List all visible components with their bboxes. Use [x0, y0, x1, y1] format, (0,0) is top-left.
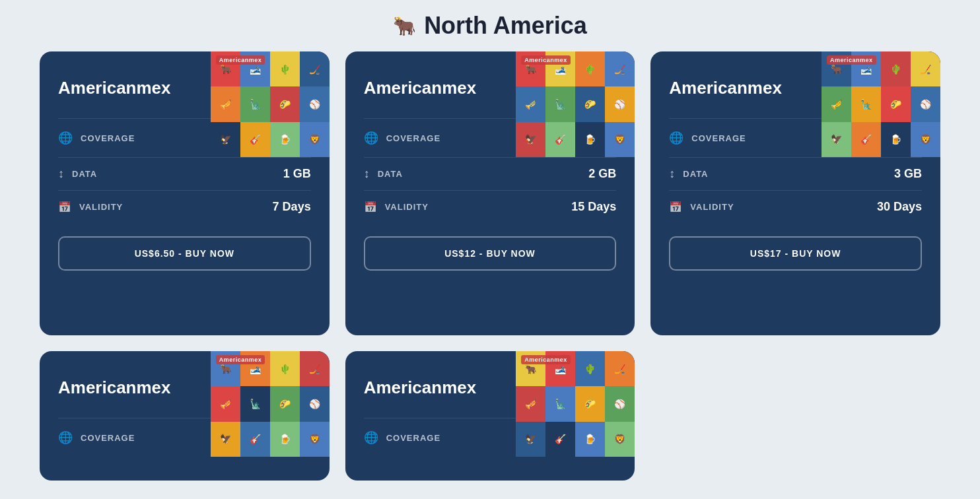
mosaic-cell: 🗽 [851, 86, 881, 121]
mosaic-cell: 🗽 [240, 86, 270, 121]
mosaic-label: Americanmex [216, 55, 265, 65]
coverage-label-1: COVERAGE [81, 133, 135, 143]
mosaic-cell: 🌵 [575, 351, 605, 386]
mosaic-cell: 🌮 [881, 86, 911, 121]
mosaic-cell: 🎸 [240, 422, 270, 457]
card-title-5: Americanmex [364, 378, 503, 398]
coverage-left-1: COVERAGE [58, 131, 135, 145]
data-row-2: DATA 2 GB [364, 157, 617, 190]
validity-value-1: 7 Days [273, 200, 311, 214]
page-header: 🐂 North America [0, 0, 980, 51]
data-icon-3 [669, 167, 675, 181]
calendar-icon-1 [58, 200, 71, 214]
validity-left-2: VALIDITY [364, 200, 429, 214]
mosaic-cell: 🎸 [851, 122, 881, 157]
plan-card-4: 🐂 🎿 🌵 🏒 🎺 🗽 🌮 ⚾ 🦅 🎸 🍺 🦁 Americanmex Amer… [40, 351, 330, 481]
mosaic-cell: 🌮 [575, 386, 605, 421]
mosaic-cell: 🦅 [516, 122, 545, 157]
coverage-label-5: COVERAGE [386, 433, 440, 443]
plan-card-3: 🐂 🎿 🌵 🏒 🎺 🗽 🌮 ⚾ 🦅 🎸 🍺 🦁 Americanmex Amer… [650, 51, 940, 335]
data-value-2: 2 GB [588, 167, 616, 181]
mosaic-cell: 🎺 [516, 86, 545, 121]
coverage-label-4: COVERAGE [81, 433, 135, 443]
mosaic-cell: 🗽 [545, 386, 575, 421]
mosaic-1: 🐂 🎿 🌵 🏒 🎺 🗽 🌮 ⚾ 🦅 🎸 🍺 🦁 Americanmex [211, 51, 330, 157]
mosaic-cell: 🏒 [605, 51, 635, 86]
card-title-1: Americanmex [58, 78, 197, 98]
card-title-4: Americanmex [58, 378, 197, 398]
mosaic-cell: 🦁 [605, 122, 635, 157]
plan-card-2: 🐂 🎿 🌵 🏒 🎺 🗽 🌮 ⚾ 🦅 🎸 🍺 🦁 Americanmex Amer… [345, 51, 635, 335]
validity-row-3: VALIDITY 30 Days [669, 190, 922, 223]
bottom-cards-grid: 🐂 🎿 🌵 🏒 🎺 🗽 🌮 ⚾ 🦅 🎸 🍺 🦁 Americanmex Amer… [0, 351, 980, 496]
mosaic-cell: 🎺 [822, 86, 851, 121]
validity-label-1: VALIDITY [79, 202, 123, 212]
mosaic-cell: 🗽 [240, 386, 270, 421]
data-left-1: DATA [58, 167, 97, 181]
mosaic-cell: 🦁 [911, 122, 940, 157]
cards-grid: 🐂 🎿 🌵 🏒 🎺 🗽 🌮 ⚾ 🦅 🎸 🍺 🦁 Americanmex Amer… [0, 51, 980, 351]
globe-icon-2 [364, 131, 378, 145]
mosaic-cell: 🦁 [605, 422, 635, 457]
mosaic-cell: 🌮 [270, 86, 300, 121]
validity-left-3: VALIDITY [669, 200, 734, 214]
validity-value-3: 30 Days [877, 200, 922, 214]
mosaic-cell: 🎸 [545, 422, 575, 457]
mosaic-cell: 🍺 [881, 122, 911, 157]
buy-button-1[interactable]: US$6.50 - BUY NOW [58, 236, 311, 271]
buy-button-3[interactable]: US$17 - BUY NOW [669, 236, 922, 271]
coverage-left-4: COVERAGE [58, 430, 135, 445]
card-title-3: Americanmex [669, 78, 808, 98]
plan-card-5: 🐂 🎿 🌵 🏒 🎺 🗽 🌮 ⚾ 🦅 🎸 🍺 🦁 Americanmex Amer… [345, 351, 635, 481]
mosaic-cell: 🏒 [605, 351, 635, 386]
mosaic-cell: 🌵 [881, 51, 911, 86]
mosaic-5: 🐂 🎿 🌵 🏒 🎺 🗽 🌮 ⚾ 🦅 🎸 🍺 🦁 Americanmex [516, 351, 635, 457]
data-row-3: DATA 3 GB [669, 157, 922, 190]
mosaic-cell: 🌮 [575, 86, 605, 121]
data-icon-2 [364, 167, 370, 181]
mosaic-cell: 🎸 [545, 122, 575, 157]
calendar-icon-2 [364, 200, 377, 214]
page-title: North America [424, 12, 587, 40]
data-label-1: DATA [72, 169, 97, 179]
mosaic-cell: ⚾ [605, 386, 635, 421]
coverage-label-3: COVERAGE [691, 133, 746, 143]
mosaic-cell: 🦁 [300, 122, 330, 157]
data-left-2: DATA [364, 167, 403, 181]
mosaic-label: Americanmex [216, 355, 265, 364]
data-value-1: 1 GB [283, 167, 311, 181]
data-label-3: DATA [683, 169, 708, 179]
mosaic-cell: 🍺 [575, 122, 605, 157]
mosaic-cell: ⚾ [300, 86, 330, 121]
mosaic-label: Americanmex [827, 55, 876, 65]
card-image-3: 🐂 🎿 🌵 🏒 🎺 🗽 🌮 ⚾ 🦅 🎸 🍺 🦁 Americanmex [822, 51, 940, 157]
globe-icon-4 [58, 430, 73, 445]
globe-icon-5 [364, 430, 378, 445]
validity-value-2: 15 Days [571, 200, 616, 214]
data-row-1: DATA 1 GB [58, 157, 311, 190]
globe-icon-1 [58, 131, 73, 145]
mosaic-cell: 🌵 [575, 51, 605, 86]
validity-left-1: VALIDITY [58, 200, 123, 214]
mosaic-2: 🐂 🎿 🌵 🏒 🎺 🗽 🌮 ⚾ 🦅 🎸 🍺 🦁 Americanmex [516, 51, 635, 157]
mosaic-cell: 🌵 [270, 51, 300, 86]
mosaic-cell: 🍺 [270, 422, 300, 457]
mosaic-cell: 🏒 [911, 51, 940, 86]
coverage-left-3: COVERAGE [669, 131, 746, 145]
data-icon-1 [58, 167, 64, 181]
coverage-left-5: COVERAGE [364, 430, 440, 445]
card-image-2: 🐂 🎿 🌵 🏒 🎺 🗽 🌮 ⚾ 🦅 🎸 🍺 🦁 Americanmex [516, 51, 635, 157]
mosaic-cell: 🎺 [211, 86, 240, 121]
data-value-3: 3 GB [894, 167, 922, 181]
buy-button-2[interactable]: US$12 - BUY NOW [364, 236, 617, 271]
mosaic-cell: 🦁 [300, 422, 330, 457]
mosaic-cell: 🎸 [240, 122, 270, 157]
mosaic-4: 🐂 🎿 🌵 🏒 🎺 🗽 🌮 ⚾ 🦅 🎸 🍺 🦁 Americanmex [211, 351, 330, 457]
mosaic-cell: ⚾ [605, 86, 635, 121]
mosaic-cell: 🍺 [270, 122, 300, 157]
mosaic-cell: 🏒 [300, 351, 330, 386]
validity-label-3: VALIDITY [690, 202, 734, 212]
mosaic-cell: 🌮 [270, 386, 300, 421]
data-left-3: DATA [669, 167, 708, 181]
mosaic-cell: 🍺 [575, 422, 605, 457]
